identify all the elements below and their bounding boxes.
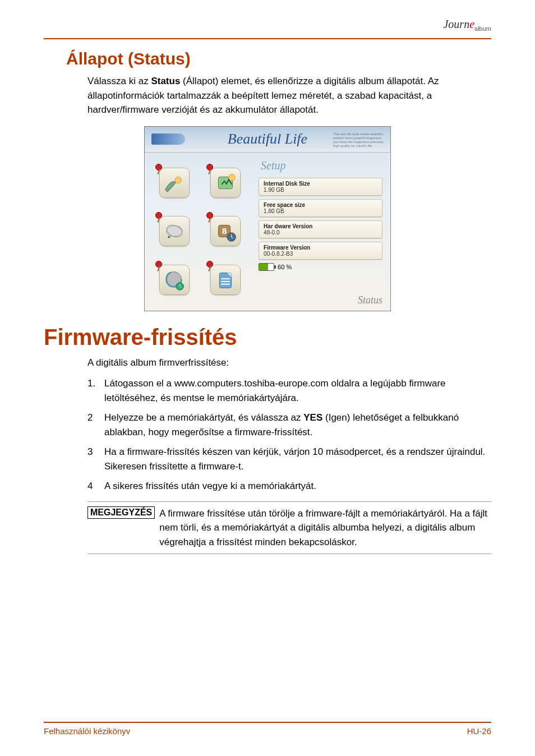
screenshot-body: 8 Setup Internal Disk Size 1.90 GB	[145, 153, 390, 311]
header-rule	[44, 38, 491, 39]
info-value: 1.80 GB	[264, 208, 377, 214]
note-text: A firmware frissítése után törölje a fri…	[159, 506, 491, 550]
info-value: 1.90 GB	[264, 187, 377, 193]
step-number: 2	[87, 411, 104, 439]
page-footer: Felhasználói kézikönyv HU-26	[44, 722, 491, 736]
footer-left: Felhasználói kézikönyv	[44, 726, 130, 736]
info-label: Firmware Version	[264, 245, 377, 251]
step-2: 2 Helyezze be a memóriakártyát, és válas…	[87, 411, 491, 439]
status-text-bold: Status	[151, 76, 180, 86]
info-free-space: Free space size 1.80 GB	[259, 199, 382, 217]
battery-row: 60 %	[259, 263, 382, 271]
screenshot-status-panel: Setup Internal Disk Size 1.90 GB Free sp…	[255, 153, 390, 311]
screenshot-icon-grid: 8	[145, 153, 255, 311]
info-value: 00-0.8.2-B3	[264, 251, 377, 257]
settings-icon-4: 8	[210, 216, 241, 246]
logo-accent: e	[469, 18, 474, 30]
main-heading-firmware: Firmware-frissítés	[44, 325, 491, 350]
settings-icon-6	[210, 265, 241, 295]
brand-logo: Journealbum	[443, 18, 491, 32]
screenshot-header: Beautiful Life The new life style meets …	[145, 127, 390, 153]
firmware-body: A digitális album firmverfrissítése: 1. …	[87, 356, 491, 494]
battery-icon	[259, 263, 274, 271]
svg-point-2	[229, 174, 236, 181]
step-2-bold: YES	[303, 412, 322, 423]
info-label: Free space size	[264, 202, 377, 208]
step-4: 4 A sikeres frissítés után vegye ki a me…	[87, 479, 491, 494]
step-number: 4	[87, 479, 104, 494]
step-text: A sikeres frissítés után vegye ki a memó…	[104, 479, 491, 494]
settings-icon-5	[159, 265, 190, 295]
step-number: 1.	[87, 376, 104, 405]
screenshot-title: Beautiful Life	[228, 131, 307, 147]
logo-script: Journ	[443, 18, 469, 30]
svg-rect-14	[222, 281, 230, 282]
device-screenshot: Beautiful Life The new life style meets …	[144, 126, 391, 311]
settings-icon-1	[159, 168, 190, 198]
info-internal-disk: Internal Disk Size 1.90 GB	[259, 178, 382, 196]
screenshot-tagline: The new life style meets beautiful welfa…	[333, 132, 384, 149]
section-heading-status: Állapot (Status)	[66, 49, 491, 68]
status-tab-label: Status	[358, 294, 382, 306]
step-number: 3	[87, 445, 104, 473]
svg-point-5	[168, 236, 170, 238]
setup-label: Setup	[261, 159, 382, 172]
note-block: MEGJEGYZÉS A firmware frissítése után tö…	[87, 501, 491, 555]
info-label: Internal Disk Size	[264, 181, 377, 187]
settings-icon-3	[159, 216, 190, 246]
step-1: 1. Látogasson el a www.computers.toshiba…	[87, 376, 491, 405]
info-hardware-version: Har dware Version 48-0.0	[259, 220, 382, 238]
battery-value: 60 %	[278, 264, 292, 270]
status-paragraph: Válassza ki az Status (Állapot) elemet, …	[87, 74, 491, 117]
svg-point-3	[166, 226, 182, 237]
step-text: Helyezze be a memóriakártyát, és válassz…	[104, 411, 491, 439]
page: Journealbum Állapot (Status) Válassza ki…	[0, 0, 535, 756]
firmware-intro: A digitális album firmverfrissítése:	[87, 356, 491, 370]
step-text: Ha a firmware-frissítés készen van kérjü…	[104, 445, 491, 473]
footer-right: HU-26	[467, 726, 491, 736]
step-3: 3 Ha a firmware-frissítés készen van kér…	[87, 445, 491, 473]
status-text-pre: Válassza ki az	[87, 76, 151, 86]
note-tag: MEGJEGYZÉS	[87, 506, 155, 519]
settings-icon-2	[210, 168, 241, 198]
svg-point-0	[175, 177, 182, 183]
svg-rect-15	[222, 284, 230, 285]
svg-rect-13	[222, 278, 230, 279]
info-firmware-version: Firmware Version 00-0.8.2-B3	[259, 242, 382, 260]
info-value: 48-0.0	[264, 229, 377, 236]
info-label: Har dware Version	[264, 223, 377, 229]
logo-sub: album	[474, 25, 491, 32]
svg-text:8: 8	[222, 226, 227, 236]
step-text: Látogasson el a www.computers.toshiba-eu…	[104, 376, 491, 405]
brush-decoration	[151, 133, 185, 145]
step-2-pre: Helyezze be a memóriakártyát, és válassz…	[104, 412, 303, 423]
screenshot-container: Beautiful Life The new life style meets …	[44, 126, 491, 311]
